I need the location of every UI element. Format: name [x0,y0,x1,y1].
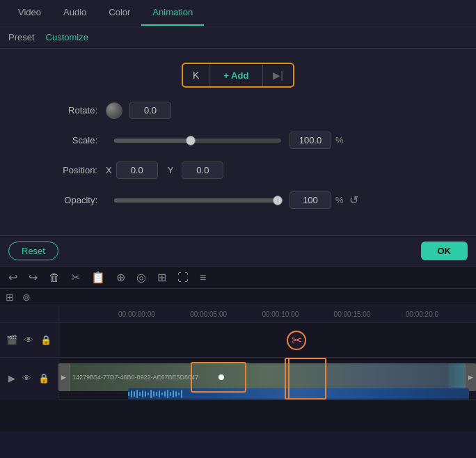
ok-button[interactable]: OK [421,242,468,260]
track-row-1: 🎬 👁 🔒 ✂ [0,323,476,358]
track-eye-icon-2[interactable]: 👁 [22,373,31,384]
keyframe-controls: K + Add ▶| [42,63,434,88]
crop-icon[interactable]: ⊞ [157,271,166,284]
svg-rect-19 [181,390,182,398]
tab-audio[interactable]: Audio [52,0,97,26]
redo-icon[interactable]: ↪ [29,271,38,284]
track-content-2[interactable]: ▶ 14279B54-77D7-46B0-8922-AE67BE5D8047 ▶ [58,358,476,400]
timeline-controls: ⊞ ⊚ [0,289,476,306]
magnet-icon[interactable]: ⊚ [22,292,31,303]
cut-icon[interactable]: ✂ [71,271,80,284]
tab-animation[interactable]: Animation [141,0,204,26]
track-content-1: ✂ [58,323,476,357]
opacity-slider[interactable] [114,198,281,203]
keyframe-next-button[interactable]: ▶| [263,64,293,86]
action-row: Reset OK [0,235,476,266]
svg-rect-10 [156,392,157,396]
sub-tab-customize[interactable]: Customize [46,32,88,42]
scale-value[interactable] [289,132,331,149]
scale-label: Scale: [42,135,97,145]
svg-rect-11 [159,390,160,397]
ruler-mark-4: 00:00:20:0 [404,310,476,318]
sub-tab-preset[interactable]: Preset [8,32,35,42]
svg-rect-18 [178,393,180,395]
reset-button[interactable]: Reset [8,242,58,260]
tab-color[interactable]: Color [97,0,141,26]
ruler-marks: 00:00:00:00 00:00:05:00 00:00:10:00 00:0… [58,310,476,318]
keyframe-group: K + Add ▶| [182,63,294,88]
rotate-row: Rotate: [42,102,434,119]
svg-rect-17 [175,391,177,397]
svg-rect-12 [161,393,163,395]
opacity-unit: % [335,195,344,205]
svg-rect-8 [150,390,152,398]
svg-rect-2 [134,391,135,397]
svg-rect-3 [136,390,138,398]
position-label: Position: [42,165,97,175]
position-row: Position: X Y [42,161,434,179]
track-controls-1: 🎬 👁 🔒 [0,323,58,357]
clip-label: 14279B54-77D7-46B0-8922-AE67BE5D8047 [70,374,201,381]
svg-rect-9 [153,391,154,397]
track-controls-2: ▶ 👁 🔒 [0,358,58,400]
track-lock-icon-1[interactable]: 🔒 [40,335,51,345]
waveform-svg [128,389,469,399]
opacity-row: Opacity: % ↺ [42,191,434,209]
transform-icon[interactable]: ⊕ [116,271,125,284]
animation-panel: K + Add ▶| Rotate: Scale: % Position: X … [0,49,476,235]
toolbar: ↩ ↪ 🗑 ✂ 📋 ⊕ ◎ ⊞ ⛶ ≡ [0,266,476,289]
track-eye-icon-1[interactable]: 👁 [24,335,33,345]
add-track-icon[interactable]: ⊞ [6,292,14,303]
keyframe-first-button[interactable]: K [183,64,209,86]
svg-rect-1 [131,390,132,397]
svg-rect-0 [128,392,129,396]
track-row-2: ▶ 👁 🔒 ▶ 14279B54-77D7-46B0-8922-AE67BE5D… [0,358,476,400]
position-y-label: Y [168,165,174,175]
scissors-marker: ✂ [287,331,306,350]
opacity-value[interactable] [289,191,331,209]
tab-video[interactable]: Video [7,0,52,26]
rotate-value[interactable] [129,102,171,119]
audio-waveform [128,388,469,400]
track-play-icon[interactable]: ▶ [8,373,15,384]
ruler-mark-2: 00:00:10:00 [260,310,332,318]
svg-rect-13 [164,391,166,397]
svg-rect-5 [142,390,143,397]
ruler-mark-1: 00:00:05:00 [189,310,260,318]
position-x-value[interactable] [116,161,158,179]
track-video-icon[interactable]: 🎬 [6,335,17,345]
opacity-reset-icon[interactable]: ↺ [349,194,358,207]
copy-icon[interactable]: 📋 [91,271,105,284]
rotate-label: Rotate: [42,105,97,116]
track-lock-icon-2[interactable]: 🔒 [38,373,49,384]
svg-rect-14 [167,390,168,398]
video-clip-main[interactable]: ▶ 14279B54-77D7-46B0-8922-AE67BE5D8047 ▶ [58,363,476,391]
svg-rect-6 [145,391,146,397]
ruler-mark-3: 00:00:15:00 [333,310,404,318]
menu-icon[interactable]: ≡ [200,271,206,284]
timeline-area: 00:00:00:00 00:00:05:00 00:00:10:00 00:0… [0,306,476,432]
scale-row: Scale: % [42,132,434,149]
position-x-label: X [106,165,112,175]
position-y-value[interactable] [182,161,223,179]
delete-icon[interactable]: 🗑 [49,271,60,284]
scale-slider[interactable] [114,139,281,143]
undo-icon[interactable]: ↩ [8,271,17,284]
svg-rect-7 [148,393,149,395]
effect-icon[interactable]: ◎ [136,271,146,284]
sub-tab-bar: Preset Customize [0,26,476,49]
playhead-line-track2 [288,358,289,400]
fullscreen-icon[interactable]: ⛶ [177,271,189,284]
svg-rect-16 [173,390,174,397]
timeline-ruler: 00:00:00:00 00:00:05:00 00:00:10:00 00:0… [0,306,476,323]
tab-bar: Video Audio Color Animation [0,0,476,26]
svg-rect-15 [170,392,171,396]
svg-rect-4 [139,392,141,396]
rotate-knob[interactable] [106,102,122,119]
opacity-label: Opacity: [42,195,97,205]
ruler-mark-0: 00:00:00:00 [117,310,189,318]
scale-unit: % [335,135,344,145]
keyframe-add-button[interactable]: + Add [209,65,263,86]
